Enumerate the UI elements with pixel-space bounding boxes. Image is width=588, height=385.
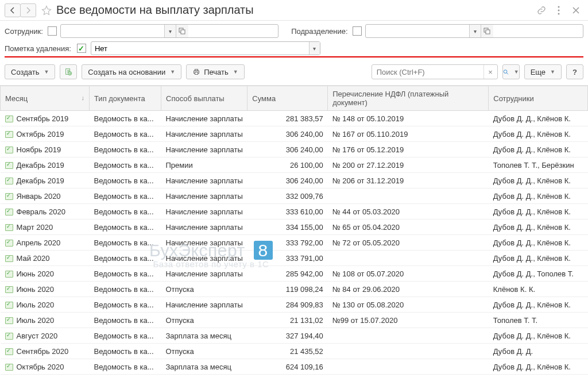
search-dropdown-button[interactable]: ▼ [502, 64, 520, 79]
table-row[interactable]: Сентябрь 2020Ведомость в ка...Отпуска21 … [1, 344, 588, 359]
department-filter-dropdown-icon[interactable]: ▾ [469, 25, 481, 37]
employee-filter-checkbox[interactable] [48, 26, 57, 36]
close-icon[interactable] [568, 3, 583, 18]
chevron-down-icon: ▼ [233, 69, 238, 75]
document-status-icon [5, 162, 13, 169]
more-button-label: Еще [531, 68, 546, 76]
employee-filter-combo[interactable]: ▾ [60, 24, 278, 38]
link-icon[interactable] [534, 3, 549, 18]
document-status-icon [5, 317, 13, 324]
create-based-on-label: Создать на основании [88, 68, 165, 76]
deletion-mark-label: Пометка удаления: [5, 44, 71, 53]
table-row[interactable]: Февраль 2020Ведомость в ка...Начисление … [1, 204, 588, 220]
col-ndfl-header[interactable]: Перечисление НДФЛ (платежный документ) [328, 86, 489, 111]
department-filter-combo[interactable]: ▾ [365, 24, 583, 38]
document-status-icon [5, 240, 13, 247]
table-row[interactable]: Ноябрь 2019Ведомость в ка...Начисление з… [1, 142, 588, 157]
employee-filter-label: Сотрудник: [5, 27, 43, 36]
svg-rect-10 [195, 70, 198, 71]
create-button[interactable]: Создать ▼ [5, 64, 55, 79]
nav-forward-button[interactable] [20, 3, 36, 17]
kebab-menu-icon[interactable] [551, 3, 566, 18]
table-row[interactable]: Июнь 2020Ведомость в ка...Начисление зар… [1, 266, 588, 282]
table-row[interactable]: Март 2020Ведомость в ка...Начисление зар… [1, 220, 588, 235]
table-row[interactable]: Июль 2020Ведомость в ка...Отпуска21 131,… [1, 313, 588, 328]
table-row[interactable]: Май 2020Ведомость в ка...Начисление зарп… [1, 251, 588, 266]
department-filter-checkbox[interactable] [353, 26, 362, 36]
document-status-icon [5, 224, 13, 231]
search-input[interactable] [372, 65, 483, 79]
print-button[interactable]: Печать ▼ [186, 64, 245, 79]
table-row[interactable]: Декабрь 2019Ведомость в ка...Премии26 10… [1, 157, 588, 173]
document-status-icon [5, 302, 13, 309]
deletion-mark-dropdown-icon[interactable]: ▾ [309, 42, 320, 55]
document-status-icon [5, 116, 13, 122]
sort-indicator-icon: ↓ [82, 94, 85, 101]
department-filter-open-icon[interactable] [481, 25, 493, 37]
svg-point-1 [558, 9, 560, 11]
document-status-icon [5, 147, 13, 153]
create-based-on-button[interactable]: Создать на основании ▼ [82, 64, 181, 79]
help-icon: ? [572, 68, 577, 76]
table-row[interactable]: Сентябрь 2019Ведомость в ка...Начисление… [1, 111, 588, 126]
table-row[interactable]: Январь 2020Ведомость в ка...Начисление з… [1, 188, 588, 204]
more-button[interactable]: Еще ▼ [524, 64, 562, 79]
employee-filter-input[interactable] [61, 25, 164, 37]
document-status-icon [5, 178, 13, 184]
svg-rect-6 [486, 30, 490, 34]
search-icon [503, 68, 509, 76]
table-row[interactable]: Декабрь 2019Ведомость в ка...Начисление … [1, 173, 588, 188]
svg-point-2 [558, 13, 560, 14]
chevron-down-icon: ▼ [44, 69, 49, 75]
table-row[interactable]: Октябрь 2019Ведомость в ка...Начисление … [1, 126, 588, 142]
table-row[interactable]: Август 2020Ведомость в ка...Зарплата за … [1, 328, 588, 344]
department-filter-input[interactable] [366, 25, 469, 37]
document-status-icon [5, 333, 13, 340]
col-sum-header[interactable]: Сумма [247, 86, 328, 111]
document-status-icon [5, 348, 13, 355]
document-status-icon [5, 131, 13, 138]
svg-rect-4 [181, 30, 185, 34]
svg-rect-11 [195, 72, 198, 75]
chevron-down-icon: ▼ [550, 69, 555, 75]
chevron-down-icon: ▼ [170, 69, 175, 75]
table-row[interactable]: Июль 2020Ведомость в ка...Начисление зар… [1, 297, 588, 313]
favorite-star-icon[interactable] [40, 4, 53, 17]
chevron-down-icon: ▼ [514, 69, 519, 75]
search-clear-icon[interactable]: × [483, 65, 497, 79]
document-status-icon [5, 286, 13, 293]
svg-point-8 [68, 72, 72, 75]
document-status-icon [5, 209, 13, 215]
col-paymethod-header[interactable]: Способ выплаты [161, 86, 247, 111]
col-doctype-header[interactable]: Тип документа [90, 86, 161, 111]
search-box[interactable]: × [372, 64, 498, 79]
document-status-icon [5, 255, 13, 262]
printer-icon [192, 68, 200, 76]
table-row[interactable]: Июнь 2020Ведомость в ка...Отпуска119 098… [1, 282, 588, 297]
deletion-mark-checkbox[interactable] [77, 44, 86, 53]
svg-point-0 [558, 6, 560, 7]
svg-point-12 [504, 70, 507, 73]
table-row[interactable]: Апрель 2020Ведомость в ка...Начисление з… [1, 235, 588, 251]
employee-filter-dropdown-icon[interactable]: ▾ [164, 25, 176, 37]
document-status-icon [5, 364, 13, 371]
print-button-label: Печать [204, 68, 229, 76]
page-title: Все ведомости на выплату зарплаты [56, 3, 532, 17]
help-button[interactable]: ? [566, 64, 583, 79]
table-row[interactable]: Октябрь 2020Ведомость в ка...Зарплата за… [1, 359, 588, 375]
document-status-icon [5, 193, 13, 200]
col-employees-header[interactable]: Сотрудники [489, 86, 588, 111]
refresh-button[interactable] [60, 64, 77, 79]
deletion-mark-combo[interactable]: ▾ [91, 41, 320, 55]
nav-back-button[interactable] [5, 3, 21, 17]
deletion-mark-input[interactable] [91, 42, 309, 55]
employee-filter-open-icon[interactable] [176, 25, 188, 37]
col-month-header[interactable]: Месяц ↓ [1, 86, 90, 111]
document-status-icon [5, 271, 13, 278]
document-refresh-icon [64, 68, 72, 76]
department-filter-label: Подразделение: [291, 27, 347, 36]
create-button-label: Создать [11, 68, 39, 76]
